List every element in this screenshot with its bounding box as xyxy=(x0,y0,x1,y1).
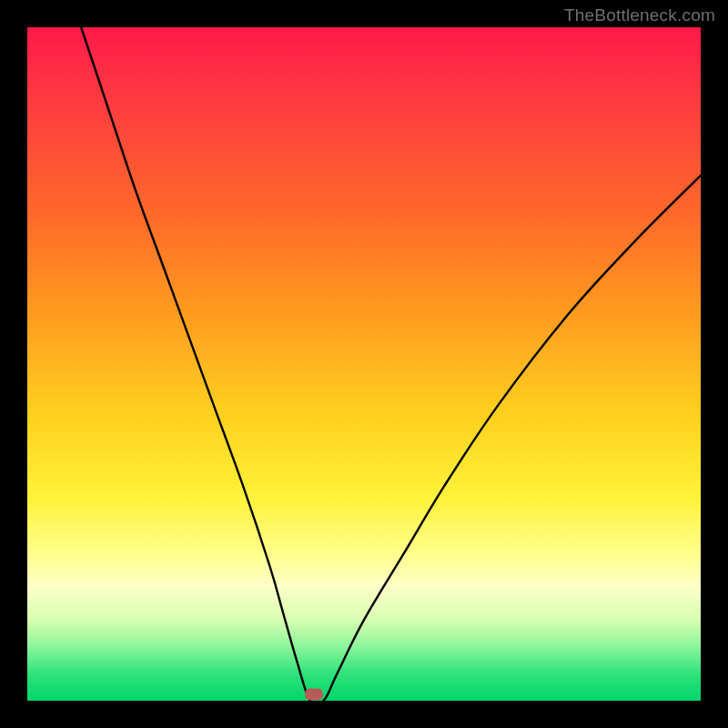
plot-area xyxy=(27,27,701,701)
chart-frame: TheBottleneck.com xyxy=(0,0,728,728)
watermark-text: TheBottleneck.com xyxy=(564,5,715,25)
bottleneck-curve xyxy=(27,27,701,701)
optimal-marker xyxy=(305,688,323,700)
